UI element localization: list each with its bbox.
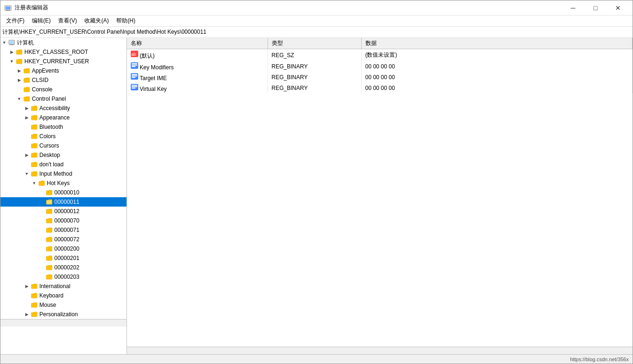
- tree-item-label: Control Panel: [32, 96, 66, 102]
- expand-icon[interactable]: [23, 160, 30, 169]
- expand-icon[interactable]: [38, 225, 45, 235]
- svg-rect-46: [132, 77, 135, 78]
- expand-icon[interactable]: ▶: [15, 75, 23, 85]
- expand-icon[interactable]: [15, 85, 23, 94]
- tree-item-00000072[interactable]: 00000072: [0, 235, 127, 244]
- expand-icon[interactable]: [23, 141, 30, 150]
- tree-item-colors[interactable]: Colors: [0, 132, 127, 141]
- expand-icon[interactable]: [38, 235, 45, 244]
- expand-icon[interactable]: [38, 197, 45, 207]
- tree-item-label: don't load: [39, 161, 64, 168]
- expand-icon[interactable]: [23, 122, 30, 132]
- menu-item[interactable]: 收藏夹(A): [81, 16, 112, 26]
- cell-name: Virtual Key: [127, 82, 268, 93]
- close-button[interactable]: ✕: [607, 0, 629, 15]
- tree-item-clsid[interactable]: ▶ CLSID: [0, 75, 127, 85]
- expand-icon[interactable]: [38, 244, 45, 253]
- expand-icon[interactable]: [38, 253, 45, 263]
- tree-item-00000201[interactable]: 00000201: [0, 253, 127, 263]
- tree-item-accessibility[interactable]: ▶ Accessibility: [0, 104, 127, 113]
- tree-item-control_panel[interactable]: ▼ Control Panel: [0, 94, 127, 104]
- right-hscrollbar[interactable]: [127, 347, 633, 354]
- svg-rect-2: [7, 10, 9, 10]
- col-name: 名称: [127, 38, 268, 49]
- table-body: ab (默认)REG_SZ(数值未设置) Key ModifiersREG_BI…: [127, 49, 633, 94]
- menu-item[interactable]: 查看(V): [54, 16, 81, 26]
- tree-item-label: Hot Keys: [47, 180, 70, 186]
- expand-icon[interactable]: ▶: [8, 47, 15, 57]
- expand-icon[interactable]: ▶: [23, 113, 30, 122]
- expand-icon[interactable]: [38, 272, 45, 282]
- tree-item-hkey_classes_root[interactable]: ▶ HKEY_CLASSES_ROOT: [0, 47, 127, 57]
- menu-item[interactable]: 编辑(E): [28, 16, 54, 26]
- tree-item-international[interactable]: ▶ International: [0, 282, 127, 291]
- folder-icon: [45, 245, 53, 253]
- table-row[interactable]: Key ModifiersREG_BINARY00 00 00 00: [127, 61, 633, 72]
- svg-rect-31: [46, 266, 52, 270]
- svg-rect-24: [46, 201, 52, 204]
- svg-rect-40: [132, 63, 137, 64]
- cell-type: REG_BINARY: [268, 82, 361, 93]
- svg-rect-9: [16, 60, 22, 64]
- svg-rect-3: [6, 10, 10, 11]
- tree-item-dont_load[interactable]: don't load: [0, 160, 127, 169]
- tree-item-00000010[interactable]: 00000010: [0, 188, 127, 197]
- tree-item-appearance[interactable]: ▶ Appearance: [0, 113, 127, 122]
- svg-rect-21: [31, 172, 37, 176]
- tree-item-hkey_current_user[interactable]: ▼ HKEY_CURRENT_USER: [0, 57, 127, 66]
- tree-item-00000203[interactable]: 00000203: [0, 272, 127, 282]
- table-row[interactable]: ab (默认)REG_SZ(数值未设置): [127, 49, 633, 61]
- table-row[interactable]: Virtual KeyREG_BINARY00 00 00 00: [127, 82, 633, 93]
- expand-icon[interactable]: [38, 188, 45, 197]
- expand-icon[interactable]: [23, 132, 30, 141]
- tree-item-personalization[interactable]: ▶ Personalization: [0, 310, 127, 319]
- status-url: https://blog.csdn.net/356x: [570, 357, 629, 362]
- expand-icon[interactable]: ▶: [23, 104, 30, 113]
- tree-item-cursors[interactable]: Cursors: [0, 141, 127, 150]
- expand-icon[interactable]: ▶: [23, 150, 30, 160]
- menu-item[interactable]: 帮助(H): [112, 16, 139, 26]
- expand-icon[interactable]: [38, 216, 45, 225]
- tree-item-keyboard[interactable]: Keyboard: [0, 291, 127, 300]
- expand-icon[interactable]: ▶: [23, 310, 30, 319]
- tree-item-console[interactable]: Console: [0, 85, 127, 94]
- tree-item-00000011[interactable]: 00000011: [0, 197, 127, 207]
- folder-icon: [30, 133, 38, 140]
- table-row[interactable]: Target IMEREG_BINARY00 00 00 00: [127, 72, 633, 82]
- svg-rect-17: [31, 135, 37, 139]
- folder-icon: [30, 161, 38, 168]
- tree-item-hot_keys[interactable]: ▼ Hot Keys: [0, 178, 127, 188]
- expand-icon[interactable]: ▼: [0, 38, 8, 47]
- tree-item-00000071[interactable]: 00000071: [0, 225, 127, 235]
- maximize-button[interactable]: □: [585, 0, 606, 15]
- registry-table[interactable]: 名称 类型 数据 ab (默认)REG_SZ(数值未设置) Key Modifi…: [127, 38, 633, 347]
- expand-icon[interactable]: ▼: [8, 57, 15, 66]
- tree-hscrollbar[interactable]: [0, 319, 127, 327]
- tree-item-00000200[interactable]: 00000200: [0, 244, 127, 253]
- tree-item-label: Keyboard: [39, 292, 63, 299]
- expand-icon[interactable]: [23, 291, 30, 300]
- expand-icon[interactable]: ▶: [15, 66, 23, 75]
- tree-item-appevents[interactable]: ▶ AppEvents: [0, 66, 127, 75]
- tree-item-bluetooth[interactable]: Bluetooth: [0, 122, 127, 132]
- expand-icon[interactable]: ▼: [30, 178, 38, 188]
- expand-icon[interactable]: ▼: [15, 94, 23, 104]
- folder-icon: [45, 236, 53, 243]
- tree-item-desktop[interactable]: ▶ Desktop: [0, 150, 127, 160]
- tree-item-input_method[interactable]: ▼ Input Method: [0, 169, 127, 178]
- tree-item-computer[interactable]: ▼计算机: [0, 38, 127, 47]
- menu-item[interactable]: 文件(F): [2, 16, 28, 26]
- expand-icon[interactable]: ▼: [23, 169, 30, 178]
- tree-panel[interactable]: ▼计算机▶ HKEY_CLASSES_ROOT▼ HKEY_CURRENT_US…: [0, 38, 127, 354]
- expand-icon[interactable]: [38, 263, 45, 272]
- tree-item-00000012[interactable]: 00000012: [0, 207, 127, 216]
- expand-icon[interactable]: ▶: [23, 282, 30, 291]
- tree-item-00000070[interactable]: 00000070: [0, 216, 127, 225]
- tree-item-mouse[interactable]: Mouse: [0, 300, 127, 310]
- expand-icon[interactable]: [38, 207, 45, 216]
- cell-name: Target IME: [127, 72, 268, 82]
- tree-item-label: 00000202: [54, 264, 79, 271]
- tree-item-00000202[interactable]: 00000202: [0, 263, 127, 272]
- expand-icon[interactable]: [23, 300, 30, 310]
- minimize-button[interactable]: ─: [562, 0, 584, 15]
